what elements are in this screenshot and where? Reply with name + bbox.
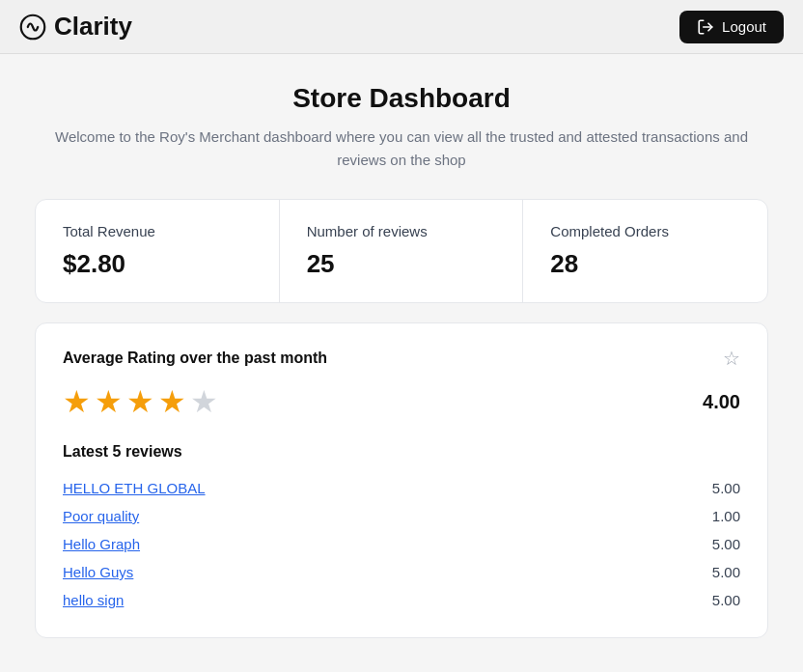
review-score: 5.00 [712, 480, 740, 496]
stat-card-revenue: Total Revenue $2.80 [36, 200, 280, 302]
review-score: 5.00 [712, 592, 740, 608]
review-link[interactable]: hello sign [63, 592, 124, 608]
logout-icon [697, 18, 714, 36]
rating-header: Average Rating over the past month ☆ [63, 347, 740, 370]
rating-title: Average Rating over the past month [63, 350, 327, 367]
review-item: hello sign5.00 [63, 586, 740, 614]
brand-name: Clarity [54, 12, 132, 42]
rating-bookmark-icon[interactable]: ☆ [723, 347, 740, 370]
stats-grid: Total Revenue $2.80 Number of reviews 25… [35, 199, 768, 303]
rating-section: Average Rating over the past month ☆ ★ ★… [35, 322, 768, 638]
main-content: Store Dashboard Welcome to the Roy's Mer… [15, 54, 788, 667]
reviews-list: HELLO ETH GLOBAL5.00Poor quality1.00Hell… [63, 474, 740, 614]
star-1: ★ [63, 383, 91, 420]
review-link[interactable]: Poor quality [63, 508, 139, 524]
stat-card-orders: Completed Orders 28 [523, 200, 767, 302]
clarity-icon [19, 14, 46, 41]
review-link[interactable]: Hello Graph [63, 536, 140, 552]
review-score: 5.00 [712, 564, 740, 580]
star-4: ★ [158, 383, 186, 420]
rating-score: 4.00 [703, 391, 740, 413]
navbar: Clarity Logout [0, 0, 803, 54]
review-item: Hello Graph5.00 [63, 530, 740, 558]
stat-card-reviews: Number of reviews 25 [280, 200, 524, 302]
review-link[interactable]: Hello Guys [63, 564, 133, 580]
stat-value-orders: 28 [550, 249, 740, 279]
stat-value-revenue: $2.80 [63, 249, 252, 279]
logout-button[interactable]: Logout [679, 11, 784, 43]
logout-label: Logout [722, 18, 766, 35]
stat-label-orders: Completed Orders [550, 223, 740, 239]
stars-row: ★ ★ ★ ★ ★ 4.00 [63, 383, 740, 420]
review-item: Poor quality1.00 [63, 502, 740, 530]
review-item: Hello Guys5.00 [63, 558, 740, 586]
review-score: 1.00 [712, 508, 740, 524]
page-subtitle: Welcome to the Roy's Merchant dashboard … [35, 126, 768, 172]
stat-label-revenue: Total Revenue [63, 223, 252, 239]
review-score: 5.00 [712, 536, 740, 552]
star-display: ★ ★ ★ ★ ★ [63, 383, 218, 420]
brand-logo: Clarity [19, 12, 132, 42]
reviews-title: Latest 5 reviews [63, 443, 740, 461]
star-2: ★ [95, 383, 123, 420]
review-item: HELLO ETH GLOBAL5.00 [63, 474, 740, 502]
stat-label-reviews: Number of reviews [307, 223, 496, 239]
star-3: ★ [126, 383, 154, 420]
page-title: Store Dashboard [35, 83, 768, 114]
stat-value-reviews: 25 [307, 249, 496, 279]
star-5: ★ [190, 383, 218, 420]
review-link[interactable]: HELLO ETH GLOBAL [63, 480, 206, 496]
